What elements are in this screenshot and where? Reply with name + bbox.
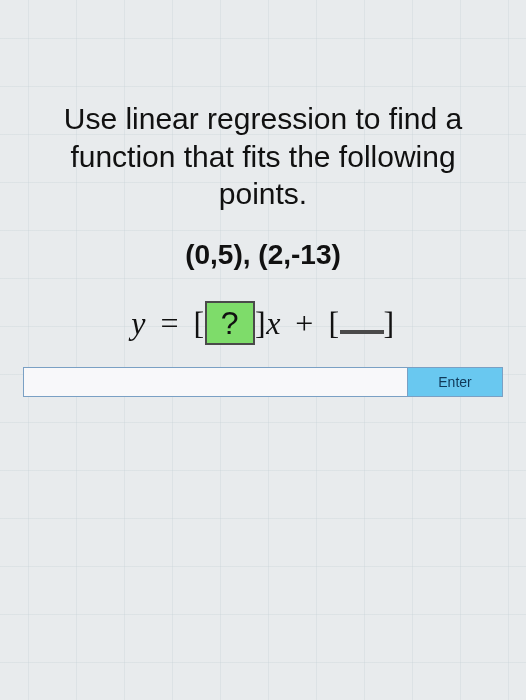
enter-button[interactable]: Enter [407,368,502,396]
slope-blank[interactable]: ? [205,301,255,345]
slope-open-bracket: [ [194,305,205,341]
question-prompt: Use linear regression to find a function… [23,100,503,213]
plus-sign: + [289,305,320,341]
data-points: (0,5), (2,-13) [185,239,341,271]
answer-input-row: Enter [23,367,503,397]
intercept-close-bracket: ] [384,305,395,341]
x-variable: x [266,305,281,341]
equation-template: y = [?]x + [ ] [131,301,394,345]
equals-sign: = [154,305,185,341]
slope-close-bracket: ] [255,305,266,341]
lhs-variable: y [131,305,146,341]
intercept-open-bracket: [ [328,305,339,341]
intercept-blank[interactable] [340,330,384,334]
answer-input[interactable] [24,368,407,396]
